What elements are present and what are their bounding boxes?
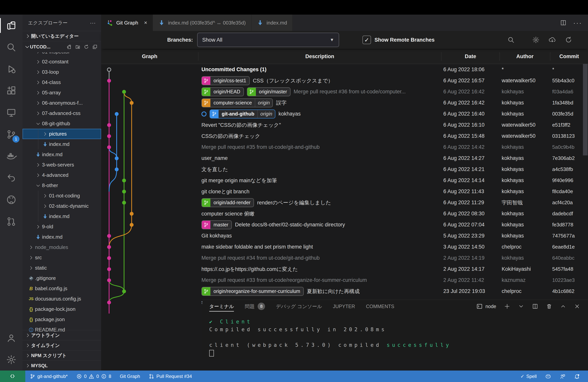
commit-row[interactable]: Merge pull request #35 from ut-code/git-… bbox=[101, 142, 588, 153]
folder-item-08-git-github[interactable]: 08-git-github bbox=[22, 118, 101, 129]
sidebar-more-icon[interactable]: ··· bbox=[90, 20, 96, 26]
commit-row[interactable]: computer science 俯瞰6 Aug 2022 08:30kokha… bbox=[101, 208, 588, 219]
remote-indicator[interactable] bbox=[0, 371, 25, 382]
panel-tab-ターミナル[interactable]: ターミナル bbox=[209, 300, 234, 313]
branch-chip[interactable]: git-and-githuborigin bbox=[210, 109, 275, 118]
folder-item-node_modules[interactable]: node_modules bbox=[22, 242, 101, 253]
maximize-panel-icon[interactable] bbox=[560, 303, 566, 309]
commit-row[interactable]: 文を直した6 Aug 2022 14:21kokhayasa4c538fb bbox=[101, 164, 588, 175]
activitybar-pull-request[interactable] bbox=[0, 211, 22, 233]
file-item-index.md[interactable]: index.md bbox=[22, 139, 101, 149]
gear-icon[interactable] bbox=[532, 36, 540, 44]
scrollbar-thumb[interactable] bbox=[583, 64, 588, 155]
commit-row[interactable]: Revert "CSSの節の画像チェック"6 Aug 2022 16:10wat… bbox=[101, 119, 588, 130]
commit-row[interactable]: Uncommitted Changes (1)6 Aug 2022 18:06*… bbox=[101, 64, 588, 75]
branch-chip[interactable]: master bbox=[201, 220, 232, 229]
branch-chip[interactable]: origin/add-render bbox=[201, 198, 254, 207]
branch-chip[interactable]: origin/HEAD bbox=[201, 87, 244, 96]
activitybar-github[interactable] bbox=[0, 189, 22, 211]
folder-item-02-static-dynamic[interactable]: 02-static-dynamic bbox=[22, 201, 101, 211]
commit-row[interactable]: Merge pull request #34 from ut-code/git-… bbox=[101, 253, 588, 264]
editor-tab-index.md[interactable]: index.md bbox=[252, 15, 293, 31]
commit-row[interactable]: masterDelete docs/8-other/02-static-dyna… bbox=[101, 219, 588, 230]
editor-tab-index.md[interactable]: index.md (003fe35d^ ↔ 003fe35d) bbox=[153, 15, 252, 31]
sidebar-section-MYSQL[interactable]: MYSQL bbox=[22, 361, 101, 371]
sidebar-section-NPM スクリプト[interactable]: NPM スクリプト bbox=[22, 350, 101, 361]
branches-dropdown[interactable]: Show All ▼ bbox=[197, 33, 339, 47]
sidebar-section-アウトライン[interactable]: アウトライン bbox=[22, 330, 101, 340]
file-item-package-lock.json[interactable]: {}package-lock.json bbox=[22, 304, 101, 314]
commit-row[interactable]: git cloneとgit branch6 Aug 2022 11:43kokh… bbox=[101, 186, 588, 197]
commit-row[interactable]: origin/css-test1CSS（フレックスボックスまで）6 Aug 20… bbox=[101, 75, 588, 86]
folder-item-04-class[interactable]: 04-class bbox=[22, 77, 101, 87]
panel-tab-JUPYTER[interactable]: JUPYTER bbox=[333, 300, 355, 313]
folder-item-9-old[interactable]: 9-old bbox=[22, 222, 101, 232]
collapse-folders-icon[interactable] bbox=[91, 43, 99, 51]
activitybar-docker[interactable] bbox=[0, 145, 22, 167]
new-folder-icon[interactable] bbox=[74, 43, 82, 51]
terminal-shell-item[interactable]: node bbox=[476, 303, 496, 309]
file-item-docusaurus.config.js[interactable]: JSdocusaurus.config.js bbox=[22, 294, 101, 304]
activitybar-undo-arrow[interactable] bbox=[0, 167, 22, 189]
commit-row[interactable]: make sidebar foldable and set prism them… bbox=[101, 241, 588, 253]
folder-item-07-advanced-css[interactable]: 07-advanced-css bbox=[22, 108, 101, 118]
folder-item-4-advanced[interactable]: 4-advanced bbox=[22, 170, 101, 180]
panel-tab-問題[interactable]: 問題8 bbox=[245, 300, 265, 313]
commit-row[interactable]: user_name6 Aug 2022 14:27kokhayas7e306ab… bbox=[101, 153, 588, 164]
folder-item-06-anonymous-f...[interactable]: 06-anonymous-f... bbox=[22, 98, 101, 108]
problems-status-item[interactable]: 0 0 8 bbox=[72, 371, 116, 382]
activitybar-extensions[interactable] bbox=[0, 80, 22, 102]
activitybar-explorer[interactable] bbox=[0, 15, 22, 36]
refresh-icon[interactable] bbox=[565, 36, 572, 44]
activitybar-settings-gear[interactable] bbox=[0, 349, 22, 371]
folder-item-src[interactable]: src bbox=[22, 253, 101, 263]
open-editors-section[interactable]: 開いているエディター bbox=[22, 31, 101, 41]
file-item-package.json[interactable]: {}package.json bbox=[22, 314, 101, 325]
spell-status-item[interactable]: ✓ Spell bbox=[516, 374, 541, 379]
file-item-index.md[interactable]: index.md bbox=[22, 211, 101, 222]
pull-request-status-item[interactable]: Pull Request #34 bbox=[144, 371, 196, 382]
commit-row[interactable]: origin/add-renderrenderのページを編集しました6 Aug … bbox=[101, 197, 588, 208]
editor-tab-Git[interactable]: Git Graph× bbox=[101, 15, 153, 31]
branch-chip[interactable]: origin/css-test1 bbox=[201, 76, 250, 85]
split-terminal-icon[interactable] bbox=[532, 303, 538, 309]
panel-tab-デバッグ コンソール[interactable]: デバッグ コンソール bbox=[276, 300, 322, 313]
git-graph-status-item[interactable]: Git Graph bbox=[116, 371, 144, 382]
commit-row[interactable]: Git kokhayas5 Aug 2022 23:29kokhayas7475… bbox=[101, 230, 588, 241]
commit-row[interactable]: CSSの節の画像チェック6 Aug 2022 15:48waterwalker5… bbox=[101, 130, 588, 142]
sidebar-section-タイムライン[interactable]: タイムライン bbox=[22, 340, 101, 350]
file-item-.gitignore[interactable]: .gitignore bbox=[22, 273, 101, 283]
file-item-babel.config.js[interactable]: Bbabel.config.js bbox=[22, 283, 101, 294]
commit-row[interactable]: https://.co.jpをhttps://github.comに変えた2 A… bbox=[101, 264, 588, 275]
new-terminal-icon[interactable] bbox=[504, 303, 510, 309]
folder-item-03-loop[interactable]: 03-loop bbox=[22, 67, 101, 77]
activitybar-source-control[interactable]: 1 bbox=[0, 124, 22, 145]
cloud-download-icon[interactable] bbox=[548, 36, 556, 44]
workspace-section-header[interactable]: UTCOD... bbox=[22, 41, 101, 52]
activitybar-accounts[interactable] bbox=[0, 327, 22, 349]
kill-terminal-icon[interactable] bbox=[546, 303, 552, 309]
activitybar-remote-explorer[interactable] bbox=[0, 102, 22, 124]
folder-item-01-not-coding[interactable]: 01-not-coding bbox=[22, 191, 101, 201]
feedback-status-item[interactable] bbox=[555, 373, 570, 379]
new-file-icon[interactable] bbox=[65, 43, 74, 51]
panel-tab-COMMENTS[interactable]: COMMENTS bbox=[366, 300, 394, 313]
close-tab-icon[interactable]: × bbox=[144, 20, 147, 26]
file-item-index.md[interactable]: index.md bbox=[22, 149, 101, 160]
close-panel-icon[interactable] bbox=[574, 303, 580, 309]
terminal-output[interactable]: ✔ Client Compiled successfully in 202.08… bbox=[202, 313, 588, 357]
commit-row[interactable]: computer-scienceorigin誤字6 Aug 2022 16:42… bbox=[101, 97, 588, 108]
file-item-index.md[interactable]: index.md bbox=[22, 232, 101, 242]
folder-item-05-array[interactable]: 05-array bbox=[22, 87, 101, 98]
show-remote-branches-checkbox[interactable]: ✓ Show Remote Branches bbox=[362, 36, 435, 44]
commit-row[interactable]: git-and-githuboriginkokhayas6 Aug 2022 1… bbox=[101, 108, 588, 119]
folder-item-static[interactable]: static bbox=[22, 263, 101, 273]
notifications-status-item[interactable] bbox=[570, 373, 584, 379]
branch-chip[interactable]: origin/master bbox=[247, 87, 291, 96]
copilot-status-item[interactable] bbox=[541, 373, 555, 379]
terminal-dropdown-icon[interactable] bbox=[518, 303, 524, 309]
commit-row[interactable]: git merge origin mainなどを加筆6 Aug 2022 14:… bbox=[101, 175, 588, 186]
folder-item-3-web-servers[interactable]: 3-web-servers bbox=[22, 160, 101, 170]
branch-chip[interactable]: computer-scienceorigin bbox=[201, 98, 273, 107]
folder-item-02-constant[interactable]: 02-constant bbox=[22, 57, 101, 67]
